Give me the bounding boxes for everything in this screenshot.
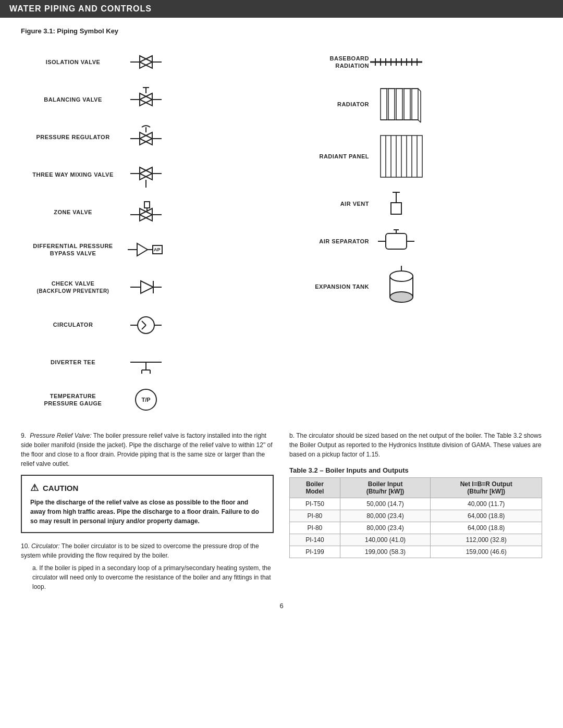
isolation-valve-label: ISOLATION VALVE <box>21 58 125 66</box>
figure-title: Figure 3.1: Piping Symbol Key <box>21 27 542 35</box>
circulator-label: CIRCULATOR <box>21 321 125 328</box>
table-cell: PI-199 <box>290 546 340 558</box>
diverter-tee-label: DIVERTER TEE <box>21 359 125 366</box>
svg-rect-57 <box>381 89 387 120</box>
table-cell: 199,000 (58.3) <box>340 546 431 558</box>
symbol-diverter-tee: DIVERTER TEE <box>21 343 282 381</box>
expansion-tank-icon <box>375 263 427 310</box>
table-title: Table 3.2 – Boiler Inputs and Outputs <box>289 466 542 474</box>
table-cell: 64,000 (18.8) <box>431 522 542 534</box>
diverter-tee-icon <box>125 352 167 373</box>
temp-pressure-icon: T/P <box>125 386 167 414</box>
symbol-baseboard: BASEBOARDRADIATION <box>282 43 542 81</box>
item-b-body: The circulator should be sized based on … <box>289 432 542 458</box>
three-way-icon <box>125 161 167 189</box>
symbol-check-valve: CHECK VALVE(BACKFLOW PREVENTER) <box>21 268 282 306</box>
check-valve-icon <box>125 277 167 298</box>
col-header-model: BoilerModel <box>290 478 340 498</box>
caution-box: ⚠ CAUTION Pipe the discharge of the reli… <box>21 475 274 533</box>
symbols-grid: ISOLATION VALVE BALANCING VALVE <box>21 43 542 418</box>
svg-rect-61 <box>412 89 418 120</box>
item-b-text: b. The circulator should be sized based … <box>289 431 542 459</box>
table-cell: 64,000 (18.8) <box>431 510 542 522</box>
symbols-right-col: BASEBOARDRADIATION <box>282 43 542 418</box>
zone-valve-icon <box>125 196 167 228</box>
radiant-panel-label: RADIANT PANEL <box>282 153 375 160</box>
svg-marker-27 <box>137 243 148 256</box>
table-cell: PI-T50 <box>290 498 340 510</box>
symbol-radiant-panel: RADIANT PANEL <box>282 128 542 185</box>
table-section: Table 3.2 – Boiler Inputs and Outputs Bo… <box>289 466 542 558</box>
svg-rect-58 <box>388 89 395 120</box>
symbol-expansion-tank: EXPANSION TANK <box>282 260 542 313</box>
item10-text: 10. Circulator: The boiler circulator is… <box>21 541 274 591</box>
svg-marker-6 <box>140 93 152 106</box>
radiator-icon <box>375 86 427 122</box>
page-header: WATER PIPING AND CONTROLS <box>0 0 563 18</box>
caution-triangle-icon: ⚠ <box>30 482 39 493</box>
symbol-temp-pressure: TEMPERATUREPRESSURE GAUGE T/P <box>21 381 282 418</box>
table-cell: 80,000 (23.4) <box>340 522 431 534</box>
svg-rect-24 <box>144 202 150 208</box>
bottom-right: b. The circulator should be sized based … <box>289 431 542 591</box>
bottom-left: 9. Pressure Relief Valve: The boiler pre… <box>21 431 274 591</box>
svg-text:T/P: T/P <box>141 397 150 403</box>
svg-text:AP: AP <box>154 247 161 252</box>
air-separator-icon <box>375 228 417 254</box>
symbol-pressure-regulator: PRESSURE REGULATOR <box>21 118 282 156</box>
isolation-valve-icon <box>125 52 167 72</box>
circulator-icon <box>125 311 167 339</box>
symbol-radiator: RADIATOR <box>282 81 542 128</box>
page-number: 6 <box>21 602 542 620</box>
three-way-label: THREE WAY MIXING VALVE <box>21 171 125 178</box>
symbol-diff-pressure: DIFFERENTIAL PRESSUREBYPASS VALVE AP <box>21 231 282 268</box>
item9-label: Pressure Relief Valve: <box>30 432 91 439</box>
expansion-tank-label: EXPANSION TANK <box>282 283 375 290</box>
table-row: PI-8080,000 (23.4)64,000 (18.8) <box>290 522 542 534</box>
table-cell: 50,000 (14.7) <box>340 498 431 510</box>
svg-rect-59 <box>396 89 402 120</box>
table-row: PI-T5050,000 (14.7)40,000 (11.7) <box>290 498 542 510</box>
zone-valve-label: ZONE VALVE <box>21 208 125 216</box>
col-header-output: Net I=B=R Output(Btu/hr [kW]) <box>431 478 542 498</box>
pressure-regulator-icon <box>125 123 167 152</box>
air-vent-icon <box>375 190 417 218</box>
symbols-left-col: ISOLATION VALVE BALANCING VALVE <box>21 43 282 418</box>
boiler-table: BoilerModel Boiler Input(Btu/hr [kW]) Ne… <box>289 477 542 558</box>
pressure-regulator-label: PRESSURE REGULATOR <box>21 133 125 141</box>
symbol-isolation-valve: ISOLATION VALVE <box>21 43 282 81</box>
svg-line-38 <box>142 325 146 329</box>
svg-marker-2 <box>140 56 152 68</box>
air-vent-label: AIR VENT <box>282 200 375 207</box>
caution-title: ⚠ CAUTION <box>30 482 264 493</box>
item10-label: Circulator: <box>31 542 60 550</box>
balancing-valve-label: BALANCING VALVE <box>21 96 125 103</box>
table-cell: 112,000 (32.8) <box>431 534 542 546</box>
symbol-balancing-valve: BALANCING VALVE <box>21 81 282 118</box>
symbol-air-vent: AIR VENT <box>282 185 542 223</box>
svg-marker-1 <box>140 56 152 68</box>
symbol-zone-valve: ZONE VALVE <box>21 193 282 231</box>
svg-marker-12 <box>140 132 152 145</box>
balancing-valve-icon <box>125 87 167 113</box>
table-cell: PI-80 <box>290 510 340 522</box>
item10a-body: If the boiler is piped in a secondary lo… <box>32 564 271 590</box>
table-cell: 80,000 (23.4) <box>340 510 431 522</box>
header-title: WATER PIPING AND CONTROLS <box>9 4 152 13</box>
svg-marker-17 <box>140 167 152 180</box>
svg-rect-60 <box>404 89 410 120</box>
diff-pressure-label: DIFFERENTIAL PRESSUREBYPASS VALVE <box>21 242 125 257</box>
svg-marker-21 <box>140 208 152 221</box>
svg-point-83 <box>390 271 413 281</box>
table-row: PI-199199,000 (58.3)159,000 (46.6) <box>290 546 542 558</box>
col-header-input: Boiler Input(Btu/hr [kW]) <box>340 478 431 498</box>
radiant-panel-icon <box>375 133 427 180</box>
caution-label: CAUTION <box>43 484 78 492</box>
temp-pressure-label: TEMPERATUREPRESSURE GAUGE <box>21 392 125 408</box>
item9-text: 9. Pressure Relief Valve: The boiler pre… <box>21 431 274 468</box>
table-cell: 140,000 (41.0) <box>340 534 431 546</box>
symbol-air-separator: AIR SEPARATOR <box>282 223 542 260</box>
table-row: PI-8080,000 (23.4)64,000 (18.8) <box>290 510 542 522</box>
caution-body: Pipe the discharge of the relief valve a… <box>30 498 264 526</box>
baseboard-label: BASEBOARDRADIATION <box>282 55 375 70</box>
